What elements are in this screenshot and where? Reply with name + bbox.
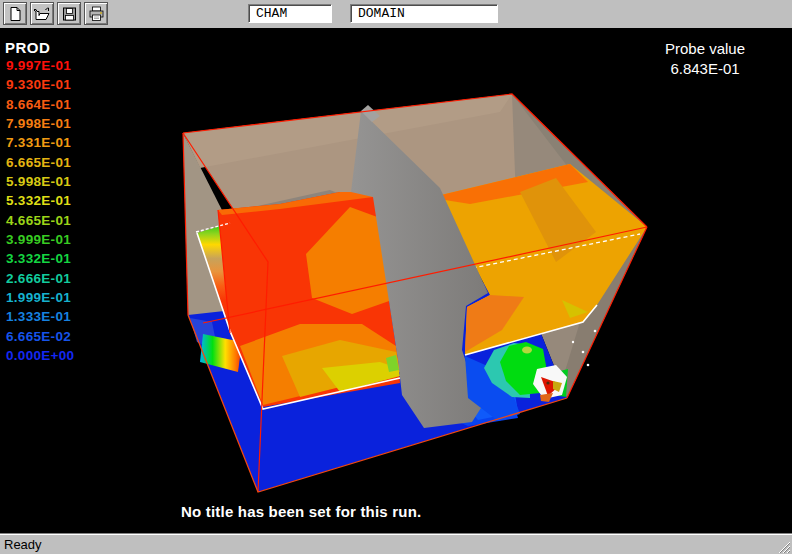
probe-value: 6.843E-01 [638,59,772,79]
open-folder-icon [34,6,51,22]
print-button[interactable] [84,2,108,25]
legend-entry: 5.332E-01 [6,193,116,212]
legend-entry: 6.665E-01 [6,155,116,174]
status-bar: Ready [0,533,792,554]
hotspot-yellowgreen-dot [522,347,532,354]
case-name-field[interactable] [248,4,332,23]
legend-entry: 9.997E-01 [6,58,116,77]
floppy-disk-icon [61,6,78,22]
legend-entry: 3.999E-01 [6,232,116,251]
legend-entry: 3.332E-01 [6,251,116,270]
legend-entry: 6.665E-02 [6,329,116,348]
legend-entry: 4.665E-01 [6,213,116,232]
legend-entry: 7.998E-01 [6,116,116,135]
phoenics-viewer-window: PROD 9.997E-01 9.330E-01 8.664E-01 7.998… [0,0,792,554]
open-file-button[interactable] [30,2,54,25]
inlet-object-dot [546,381,549,384]
new-page-icon [7,6,24,22]
resize-grip-icon[interactable] [778,541,791,554]
status-text: Ready [4,537,42,552]
legend-entry: 1.999E-01 [6,290,116,309]
legend-entry: 5.998E-01 [6,174,116,193]
run-title-message: No title has been set for this run. [181,503,421,520]
legend-entry: 8.664E-01 [6,97,116,116]
legend-entry: 2.666E-01 [6,271,116,290]
3d-domain-view[interactable] [0,28,792,533]
toolbar [0,0,792,29]
legend-variable-name: PROD [5,39,50,56]
printer-icon [88,6,105,22]
domain-name-field[interactable] [350,4,498,23]
legend-entry: 9.330E-01 [6,77,116,96]
legend-entry: 7.331E-01 [6,135,116,154]
legend-entry: 1.333E-01 [6,309,116,328]
probe-label: Probe value [638,39,772,59]
save-button[interactable] [57,2,81,25]
legend-entry: 0.000E+00 [6,348,116,367]
new-file-button[interactable] [3,2,27,25]
legend-scale: 9.997E-01 9.330E-01 8.664E-01 7.998E-01 … [6,58,116,368]
legend: PROD 9.997E-01 9.330E-01 8.664E-01 7.998… [5,39,50,56]
probe-readout: Probe value 6.843E-01 [638,39,772,79]
